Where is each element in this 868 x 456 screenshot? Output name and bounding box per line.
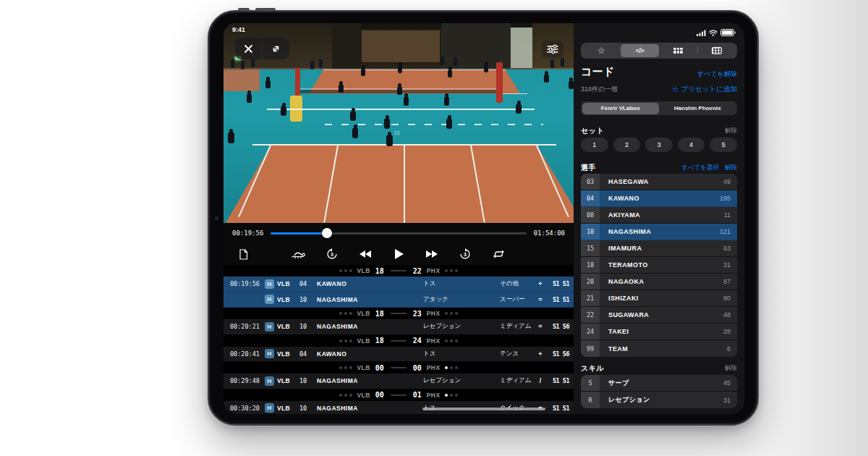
skip-forward-3-button[interactable]: 3 (457, 246, 473, 262)
player-number: 10 (299, 323, 317, 330)
event-rotation: S1 S1 (546, 280, 569, 287)
gym-door (511, 28, 532, 68)
item-count: 6 (727, 345, 737, 352)
set-button[interactable]: 4 (678, 138, 705, 152)
set-buttons: 12345 (581, 138, 737, 152)
spectator-silhouette (231, 59, 234, 68)
player-number: 08 (581, 207, 600, 223)
set-button[interactable]: 5 (710, 138, 737, 152)
team-abbr: VLB (357, 267, 370, 274)
slow-motion-button[interactable] (291, 246, 307, 262)
home-indicator[interactable] (422, 408, 545, 411)
set-dot (445, 339, 448, 342)
item-count: 11 (724, 211, 737, 219)
play-button[interactable] (391, 246, 407, 262)
tab-code[interactable]: </> (621, 44, 659, 57)
team-abbr: VLB (357, 337, 370, 345)
spectator-silhouette (241, 61, 244, 69)
item-name: NAGASHIMA (600, 228, 651, 235)
set-dot (455, 269, 458, 272)
set-dot (344, 312, 347, 315)
player-clear-link[interactable]: 解除 (725, 164, 737, 172)
event-row[interactable]: 00:29:48HVLB10NAGASHIMAレセプションミディアム/S1 S1 (224, 373, 574, 389)
list-item[interactable]: Sサーブ45 (581, 375, 737, 392)
list-item[interactable]: 03HASEGAWA49 (581, 174, 737, 190)
set-button[interactable]: 1 (581, 138, 608, 152)
player-silhouette (404, 96, 409, 106)
seek-bar[interactable] (271, 232, 526, 235)
close-button[interactable] (235, 38, 262, 59)
player-silhouette (446, 118, 452, 129)
skill-clear-link[interactable]: 解除 (725, 364, 737, 373)
transport-controls: 3 (291, 246, 506, 262)
court-number: 21 (394, 130, 400, 135)
tab-table[interactable] (697, 44, 736, 57)
set-button[interactable]: 3 (645, 138, 673, 152)
seek-thumb[interactable] (322, 228, 332, 238)
fast-forward-button[interactable] (424, 246, 440, 262)
court-line (267, 109, 535, 110)
panel-title: コード (581, 65, 615, 79)
event-row[interactable]: 00:20:21HVLB10NAGASHIMAレセプションミディアム=S1 S6 (224, 319, 574, 335)
player-number: 22 (581, 307, 600, 323)
set-dot (339, 339, 342, 342)
tab-favorites[interactable]: ☆ (582, 44, 621, 57)
tab-grid[interactable] (659, 44, 697, 57)
event-row[interactable]: 00:19:56HVLB04KAWANOトスその他+S1 S1 (224, 276, 574, 292)
set-button[interactable]: 2 (613, 138, 641, 152)
set-dot (445, 269, 448, 272)
video-settings-button[interactable] (542, 41, 563, 58)
set-dot (344, 339, 347, 342)
view-tab-bar: ☆</> (581, 43, 737, 59)
event-row[interactable]: 00:20:41HVLB04KAWANOトステンス+S1 S6 (224, 347, 574, 363)
score-separator-row: VLB1822PHX (224, 265, 574, 276)
event-row[interactable]: HVLB10NAGASHIMAアタックスーパー=S1 S1 (224, 292, 574, 308)
team-segment[interactable]: Hanshin Phoenix (659, 103, 736, 114)
table-icon (712, 47, 722, 54)
video-player[interactable]: 21 9:41 (224, 23, 574, 223)
list-item[interactable]: 20NAGAOKA87 (581, 274, 737, 290)
list-item[interactable]: 21ISHIZAKI90 (581, 290, 737, 307)
sliders-icon (547, 44, 558, 54)
svg-text:3: 3 (331, 252, 333, 257)
select-all-link[interactable]: すべてを選択 (681, 164, 719, 172)
video-overlay-buttons (235, 38, 289, 59)
item-count: 31 (723, 261, 737, 269)
add-preset-link[interactable]: ☆プリセットに追加 (672, 85, 737, 94)
skill-key: S (581, 375, 600, 391)
set-dot (455, 394, 458, 397)
team-abbr: VLB (357, 392, 370, 399)
list-item[interactable]: 24TAKEI28 (581, 324, 737, 340)
list-item[interactable]: 04KAWANO195 (581, 190, 737, 207)
list-item[interactable]: 08AKIYAMA11 (581, 207, 737, 224)
skip-back-3-button[interactable]: 3 (324, 246, 340, 262)
list-item[interactable]: 15IMAMURA63 (581, 240, 737, 257)
set-clear-link[interactable]: 解除 (725, 127, 737, 135)
list-item[interactable]: 18TERAMOTO31 (581, 257, 737, 274)
list-item[interactable]: 10NAGASHIMA121 (581, 224, 737, 240)
player-number: 15 (581, 240, 600, 256)
event-action: トス (413, 279, 485, 288)
item-name: KAWANO (600, 195, 639, 202)
report-button[interactable] (235, 246, 251, 262)
team-segment[interactable]: Fenrir VLabos (582, 103, 660, 114)
list-item[interactable]: 99TEAM6 (581, 340, 737, 357)
loop-button[interactable] (490, 246, 506, 262)
set-dot (450, 312, 453, 315)
player-silhouette (265, 80, 271, 88)
set-dot (349, 312, 352, 315)
clear-all-link[interactable]: すべてを解除 (697, 69, 737, 79)
item-name: SUGAWARA (600, 311, 649, 318)
list-item[interactable]: 22SUGAWARA48 (581, 307, 737, 324)
event-team: HVLB (265, 376, 299, 386)
player-name: KAWANO (317, 280, 413, 287)
item-count: 45 (723, 379, 737, 387)
list-item[interactable]: Rレセプション31 (581, 392, 737, 408)
attack-line-dashed (325, 124, 543, 125)
expand-button[interactable] (263, 38, 289, 59)
score-left: 18 (375, 310, 384, 318)
player-silhouette (516, 104, 522, 114)
far-court-left (224, 69, 260, 91)
rewind-button[interactable] (357, 246, 373, 262)
gym-wall-board (360, 29, 441, 64)
